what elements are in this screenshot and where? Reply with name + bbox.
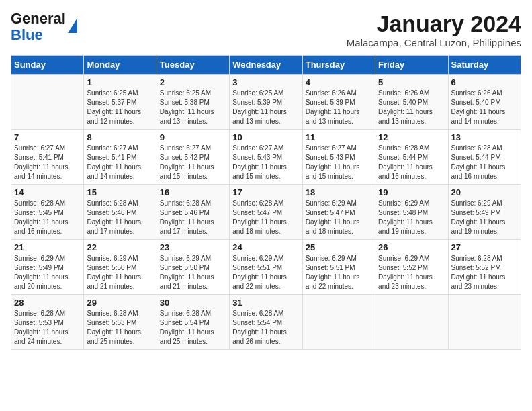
cell-info: Sunrise: 6:25 AMSunset: 5:37 PMDaylight:… <box>87 89 141 125</box>
calendar-cell: 4Sunrise: 6:26 AMSunset: 5:39 PMDaylight… <box>302 75 375 130</box>
cell-info: Sunrise: 6:26 AMSunset: 5:39 PMDaylight:… <box>306 89 360 125</box>
calendar-cell: 23Sunrise: 6:29 AMSunset: 5:50 PMDayligh… <box>157 240 229 295</box>
header-cell-thursday: Thursday <box>302 56 375 75</box>
cell-info: Sunrise: 6:25 AMSunset: 5:39 PMDaylight:… <box>232 89 287 125</box>
cell-info: Sunrise: 6:28 AMSunset: 5:53 PMDaylight:… <box>87 310 141 345</box>
day-number: 26 <box>378 242 445 253</box>
cell-info: Sunrise: 6:28 AMSunset: 5:46 PMDaylight:… <box>160 199 214 235</box>
cell-info: Sunrise: 6:27 AMSunset: 5:41 PMDaylight:… <box>87 144 141 180</box>
cell-info: Sunrise: 6:28 AMSunset: 5:44 PMDaylight:… <box>451 144 506 180</box>
cell-info: Sunrise: 6:29 AMSunset: 5:48 PMDaylight:… <box>378 199 433 235</box>
cell-info: Sunrise: 6:28 AMSunset: 5:45 PMDaylight:… <box>14 199 69 235</box>
day-number: 21 <box>14 242 81 253</box>
day-number: 10 <box>232 132 299 142</box>
day-number: 24 <box>232 242 299 253</box>
cell-info: Sunrise: 6:26 AMSunset: 5:40 PMDaylight:… <box>451 89 506 125</box>
calendar-cell: 27Sunrise: 6:28 AMSunset: 5:52 PMDayligh… <box>448 240 521 295</box>
header-cell-friday: Friday <box>375 56 448 75</box>
day-number: 7 <box>14 132 81 142</box>
calendar-cell: 8Sunrise: 6:27 AMSunset: 5:41 PMDaylight… <box>84 130 157 185</box>
calendar-cell: 24Sunrise: 6:29 AMSunset: 5:51 PMDayligh… <box>230 240 302 295</box>
cell-info: Sunrise: 6:28 AMSunset: 5:54 PMDaylight:… <box>232 310 287 345</box>
calendar-cell: 31Sunrise: 6:28 AMSunset: 5:54 PMDayligh… <box>230 295 302 350</box>
cell-info: Sunrise: 6:29 AMSunset: 5:51 PMDaylight:… <box>232 255 287 290</box>
calendar-cell <box>375 295 448 350</box>
calendar-cell: 9Sunrise: 6:27 AMSunset: 5:42 PMDaylight… <box>157 130 229 185</box>
cell-info: Sunrise: 6:29 AMSunset: 5:50 PMDaylight:… <box>87 255 141 290</box>
calendar-cell: 3Sunrise: 6:25 AMSunset: 5:39 PMDaylight… <box>230 75 302 130</box>
calendar-cell: 21Sunrise: 6:29 AMSunset: 5:49 PMDayligh… <box>11 240 84 295</box>
calendar-cell: 19Sunrise: 6:29 AMSunset: 5:48 PMDayligh… <box>375 185 448 240</box>
calendar-cell: 30Sunrise: 6:28 AMSunset: 5:54 PMDayligh… <box>157 295 229 350</box>
header-cell-sunday: Sunday <box>11 56 84 75</box>
title-block: January 2024 Malacampa, Central Luzon, P… <box>347 11 521 48</box>
logo-general: General <box>11 11 66 27</box>
day-number: 29 <box>87 298 153 308</box>
calendar-table: SundayMondayTuesdayWednesdayThursdayFrid… <box>11 55 521 350</box>
cell-info: Sunrise: 6:27 AMSunset: 5:43 PMDaylight:… <box>232 144 287 180</box>
calendar-cell <box>11 75 84 130</box>
calendar-cell: 18Sunrise: 6:29 AMSunset: 5:47 PMDayligh… <box>302 185 375 240</box>
cell-info: Sunrise: 6:29 AMSunset: 5:47 PMDaylight:… <box>306 199 360 235</box>
week-row-3: 21Sunrise: 6:29 AMSunset: 5:49 PMDayligh… <box>11 240 521 295</box>
calendar-cell: 16Sunrise: 6:28 AMSunset: 5:46 PMDayligh… <box>157 185 229 240</box>
day-number: 14 <box>14 187 81 197</box>
calendar-cell: 22Sunrise: 6:29 AMSunset: 5:50 PMDayligh… <box>84 240 157 295</box>
day-number: 25 <box>306 242 372 253</box>
cell-info: Sunrise: 6:27 AMSunset: 5:42 PMDaylight:… <box>160 144 214 180</box>
calendar-cell: 7Sunrise: 6:27 AMSunset: 5:41 PMDaylight… <box>11 130 84 185</box>
logo-triangle-icon <box>68 18 77 33</box>
calendar-cell: 13Sunrise: 6:28 AMSunset: 5:44 PMDayligh… <box>448 130 521 185</box>
calendar-cell: 28Sunrise: 6:28 AMSunset: 5:53 PMDayligh… <box>11 295 84 350</box>
calendar-cell: 15Sunrise: 6:28 AMSunset: 5:46 PMDayligh… <box>84 185 157 240</box>
cell-info: Sunrise: 6:28 AMSunset: 5:52 PMDaylight:… <box>451 255 506 290</box>
day-number: 16 <box>160 187 226 197</box>
day-number: 18 <box>306 187 372 197</box>
calendar-cell: 25Sunrise: 6:29 AMSunset: 5:51 PMDayligh… <box>302 240 375 295</box>
cell-info: Sunrise: 6:25 AMSunset: 5:38 PMDaylight:… <box>160 89 214 125</box>
day-number: 20 <box>451 187 518 197</box>
calendar-cell <box>448 295 521 350</box>
cell-info: Sunrise: 6:27 AMSunset: 5:41 PMDaylight:… <box>14 144 69 180</box>
week-row-2: 14Sunrise: 6:28 AMSunset: 5:45 PMDayligh… <box>11 185 521 240</box>
cell-info: Sunrise: 6:27 AMSunset: 5:43 PMDaylight:… <box>306 144 360 180</box>
page-title: January 2024 <box>347 11 521 37</box>
day-number: 5 <box>378 77 445 87</box>
cell-info: Sunrise: 6:29 AMSunset: 5:50 PMDaylight:… <box>160 255 214 290</box>
day-number: 4 <box>306 77 372 87</box>
day-number: 27 <box>451 242 518 253</box>
calendar-cell: 5Sunrise: 6:26 AMSunset: 5:40 PMDaylight… <box>375 75 448 130</box>
day-number: 11 <box>306 132 372 142</box>
logo-blue: Blue <box>11 27 66 43</box>
cell-info: Sunrise: 6:29 AMSunset: 5:52 PMDaylight:… <box>378 255 433 290</box>
day-number: 17 <box>232 187 299 197</box>
page-header: General Blue January 2024 Malacampa, Cen… <box>11 11 521 48</box>
calendar-cell: 29Sunrise: 6:28 AMSunset: 5:53 PMDayligh… <box>84 295 157 350</box>
day-number: 23 <box>160 242 226 253</box>
week-row-4: 28Sunrise: 6:28 AMSunset: 5:53 PMDayligh… <box>11 295 521 350</box>
day-number: 15 <box>87 187 153 197</box>
cell-info: Sunrise: 6:29 AMSunset: 5:49 PMDaylight:… <box>451 199 506 235</box>
header-cell-saturday: Saturday <box>448 56 521 75</box>
day-number: 9 <box>160 132 226 142</box>
page-subtitle: Malacampa, Central Luzon, Philippines <box>347 37 521 48</box>
cell-info: Sunrise: 6:29 AMSunset: 5:51 PMDaylight:… <box>306 255 360 290</box>
header-row: SundayMondayTuesdayWednesdayThursdayFrid… <box>11 56 521 75</box>
calendar-cell: 6Sunrise: 6:26 AMSunset: 5:40 PMDaylight… <box>448 75 521 130</box>
cell-info: Sunrise: 6:29 AMSunset: 5:49 PMDaylight:… <box>14 255 69 290</box>
cell-info: Sunrise: 6:28 AMSunset: 5:47 PMDaylight:… <box>232 199 287 235</box>
day-number: 31 <box>232 298 299 308</box>
calendar-cell: 20Sunrise: 6:29 AMSunset: 5:49 PMDayligh… <box>448 185 521 240</box>
day-number: 8 <box>87 132 153 142</box>
calendar-cell: 2Sunrise: 6:25 AMSunset: 5:38 PMDaylight… <box>157 75 229 130</box>
calendar-cell: 1Sunrise: 6:25 AMSunset: 5:37 PMDaylight… <box>84 75 157 130</box>
calendar-cell: 17Sunrise: 6:28 AMSunset: 5:47 PMDayligh… <box>230 185 302 240</box>
calendar-cell: 26Sunrise: 6:29 AMSunset: 5:52 PMDayligh… <box>375 240 448 295</box>
calendar-cell: 11Sunrise: 6:27 AMSunset: 5:43 PMDayligh… <box>302 130 375 185</box>
day-number: 22 <box>87 242 153 253</box>
calendar-cell: 14Sunrise: 6:28 AMSunset: 5:45 PMDayligh… <box>11 185 84 240</box>
day-number: 30 <box>160 298 226 308</box>
cell-info: Sunrise: 6:26 AMSunset: 5:40 PMDaylight:… <box>378 89 433 125</box>
logo: General Blue <box>11 11 77 43</box>
day-number: 12 <box>378 132 445 142</box>
